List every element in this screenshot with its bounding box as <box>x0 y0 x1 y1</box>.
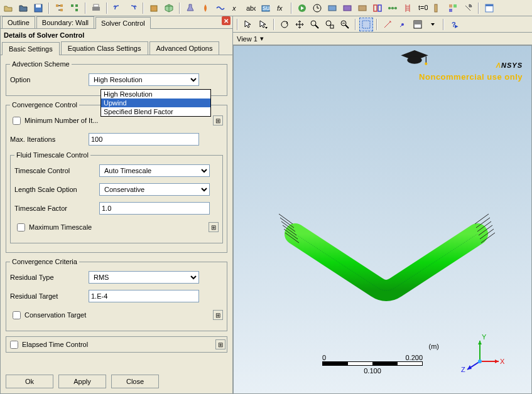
box3-icon[interactable] <box>356 1 369 15</box>
subtab-basic-settings[interactable]: Basic Settings <box>2 42 60 55</box>
sub-tabs: Basic Settings Equation Class Settings A… <box>1 41 232 55</box>
svg-rect-4 <box>60 9 63 11</box>
box1-icon[interactable] <box>325 1 339 15</box>
cube-icon[interactable] <box>162 1 176 15</box>
svg-rect-9 <box>75 9 78 11</box>
go-icon[interactable] <box>295 1 309 15</box>
struct-icon[interactable] <box>446 1 460 15</box>
svg-rect-8 <box>75 4 78 7</box>
dropdown-item-high-resolution[interactable]: High Resolution <box>101 90 210 98</box>
zoom-icon[interactable] <box>308 18 322 31</box>
net-icon[interactable] <box>386 1 399 15</box>
view-title-bar[interactable]: View 1 ▾ <box>233 33 532 45</box>
box2-icon[interactable] <box>340 1 354 15</box>
conservation-target-expand[interactable]: ⊞ <box>213 310 223 320</box>
undo-icon[interactable] <box>111 1 124 15</box>
tree-icon[interactable] <box>53 1 67 15</box>
min-iterations-label: Minimum Number of It... <box>24 117 98 124</box>
flask-icon[interactable] <box>183 1 197 15</box>
subtab-advanced-options[interactable]: Advanced Options <box>149 41 220 55</box>
view-dropdown-icon: ▾ <box>260 35 264 43</box>
sub-icon[interactable]: sub <box>259 1 273 15</box>
viewport-3d[interactable]: ΛNSYS Noncommercial use only <box>233 45 532 394</box>
option-dropdown-list: High Resolution Upwind Specified Blend F… <box>100 89 211 117</box>
abc-icon[interactable]: abc <box>244 1 258 15</box>
min-iterations-checkbox[interactable] <box>13 117 21 125</box>
svg-point-31 <box>391 7 394 9</box>
zoom-box-icon[interactable] <box>323 18 337 31</box>
elapsed-time-checkbox[interactable] <box>10 341 18 349</box>
min-iterations-expand[interactable]: ⊞ <box>213 115 223 125</box>
dropdown-item-upwind[interactable]: Upwind <box>101 98 210 107</box>
dropdown-item-specified-blend[interactable]: Specified Blend Factor <box>101 107 210 116</box>
t10-icon[interactable]: t=0 <box>416 1 430 15</box>
top-tabs: Outline Boundary: Wall Solver Control ✕ <box>1 16 232 29</box>
ladder-icon[interactable] <box>401 1 415 15</box>
point-icon[interactable] <box>396 18 410 31</box>
clock-icon[interactable] <box>310 1 324 15</box>
svg-line-53 <box>345 25 349 28</box>
timescale-control-select[interactable]: Auto Timescale <box>99 164 210 177</box>
tab-outline[interactable]: Outline <box>2 16 35 28</box>
elapsed-time-expand[interactable]: ⊞ <box>215 339 225 349</box>
timescale-factor-input[interactable] <box>99 202 210 215</box>
svg-rect-44 <box>486 4 493 6</box>
svg-line-56 <box>384 21 391 28</box>
ansys-tagline: Noncommercial use only <box>419 72 523 82</box>
right-panel: ?▸ View 1 ▾ ΛNSYS Noncommercial use only <box>233 16 532 394</box>
scale-value-0: 0 <box>322 354 326 361</box>
axis-triad: X Y Z <box>461 333 505 377</box>
cursor-icon[interactable] <box>241 18 255 31</box>
rotate-icon[interactable] <box>278 18 291 31</box>
elapsed-time-label: Elapsed Time Control <box>22 341 88 348</box>
residual-target-input[interactable] <box>89 290 199 302</box>
help-icon[interactable]: ?▸ <box>447 18 461 31</box>
fx-icon[interactable]: fx <box>274 1 288 15</box>
conservation-target-label: Conservation Target <box>24 311 86 319</box>
folder-icon[interactable] <box>16 1 30 15</box>
open-icon[interactable] <box>1 1 15 15</box>
close-tab-icon[interactable]: ✕ <box>222 16 231 25</box>
redo-icon[interactable] <box>126 1 139 15</box>
svg-point-32 <box>394 7 397 9</box>
tool-box-icon[interactable] <box>147 1 161 15</box>
wave-icon[interactable] <box>214 1 227 15</box>
link-icon[interactable] <box>371 1 384 15</box>
tab-solver-control[interactable]: Solver Control <box>95 17 151 29</box>
convergence-criteria-legend: Convergence Criteria <box>10 258 79 265</box>
pan-icon[interactable] <box>293 18 307 31</box>
close-button[interactable]: Close <box>111 375 159 388</box>
fit-icon[interactable] <box>338 18 352 31</box>
scale-ruler: 0 . 0.200 (m) 0.100 <box>322 354 423 375</box>
length-scale-select[interactable]: Conservative <box>99 183 210 196</box>
flame-icon[interactable] <box>198 1 212 15</box>
select-mode-icon[interactable] <box>359 18 373 31</box>
save-icon[interactable] <box>31 1 45 15</box>
max-timescale-expand[interactable]: ⊞ <box>209 222 219 232</box>
option-select[interactable]: High Resolution <box>89 73 199 86</box>
ok-button[interactable]: Ok <box>6 375 53 388</box>
ruler-icon[interactable] <box>431 1 445 15</box>
wrench-icon[interactable] <box>461 1 475 15</box>
svg-point-30 <box>388 7 391 9</box>
shade-dropdown-icon[interactable] <box>426 18 440 31</box>
vector-icon[interactable] <box>381 18 394 31</box>
tree2-icon[interactable] <box>68 1 82 15</box>
cursor-dropdown-icon[interactable] <box>256 18 270 31</box>
svg-rect-1 <box>36 4 41 8</box>
print-icon[interactable] <box>89 1 103 15</box>
tab-boundary[interactable]: Boundary: Wall <box>36 16 94 28</box>
shade-icon[interactable] <box>411 18 425 31</box>
x-icon[interactable]: x <box>229 1 242 15</box>
conservation-target-checkbox[interactable] <box>13 311 21 319</box>
subtab-equation-class[interactable]: Equation Class Settings <box>61 41 148 55</box>
residual-type-select[interactable]: RMS <box>89 271 199 284</box>
residual-target-label: Residual Target <box>10 292 89 300</box>
window-icon[interactable] <box>482 1 496 15</box>
svg-rect-11 <box>94 4 99 7</box>
max-iterations-input[interactable] <box>89 133 199 146</box>
max-timescale-checkbox[interactable] <box>17 223 25 232</box>
convergence-criteria-fieldset: Convergence Criteria Residual Type RMS R… <box>6 258 227 331</box>
svg-rect-27 <box>374 5 377 11</box>
apply-button[interactable]: Apply <box>58 375 106 388</box>
